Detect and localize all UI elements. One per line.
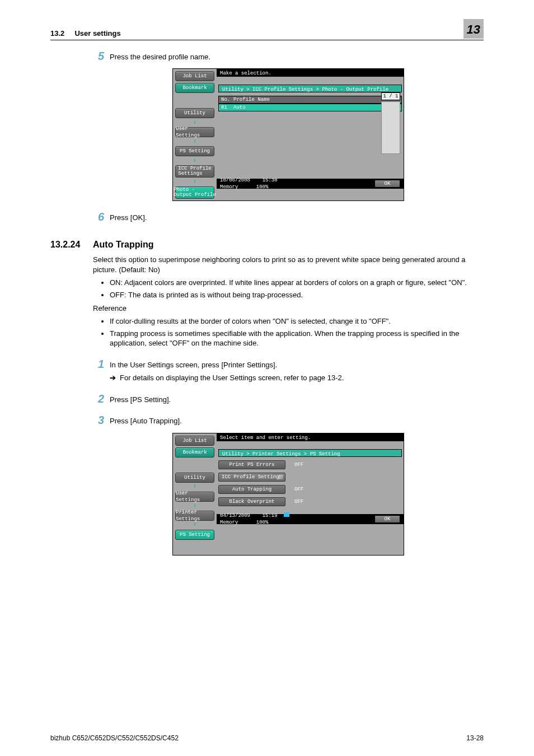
footer-model: bizhub C652/C652DS/C552/C552DS/C452 [50,734,179,743]
crumb-printer-settings[interactable]: Printer Settings [175,511,214,521]
status-bar: 04/13/2009 15:19 Memory 100% OK [217,514,404,524]
table-header: No. Profile Name [218,96,402,104]
step-1: 1 In the User Settings screen, press [Pr… [93,358,484,370]
chevron-down-icon: ⬇ [193,522,197,528]
breadcrumb-path: Utility > ICC Profile Settings > Photo -… [218,85,402,92]
intro-paragraph: Select this option to superimpose neighb… [93,255,484,274]
ok-button[interactable]: OK [374,180,400,188]
chevron-down-icon: ⬇ [193,503,197,509]
bookmark-button[interactable]: Bookmark [175,447,214,458]
breadcrumb-path: Utility > Printer Settings > PS Setting [218,449,402,457]
screenshot-profile-list: Job List Bookmark Utility ⬇ User Setting… [172,68,404,201]
step-text: Press [Auto Trapping]. [110,414,484,426]
status-icon [284,512,289,517]
instruction-bar: Select item and enter setting. [217,433,404,441]
step-3: 3 Press [Auto Trapping]. [93,414,484,426]
ok-button[interactable]: OK [374,515,400,523]
profile-row[interactable]: 01 Auto [218,104,402,111]
arrow-icon: ➔ [110,373,120,383]
chevron-down-icon: ⬇ [193,139,197,144]
step-number: 3 [93,414,110,426]
step-text: Press the desired profile name. [110,50,484,62]
list-item: Trapping process is sometimes specifiabl… [110,329,484,348]
status-date: 10/06/2008 [220,178,250,183]
subsection-number: 13.2.24 [50,239,93,251]
icc-profile-settings-button[interactable]: ICC Profile Settings [218,473,285,482]
option-value: OFF [294,498,328,505]
crumb-output-profile[interactable]: Photo - Output Profile [175,186,214,199]
print-ps-errors-button[interactable]: Print PS Errors [218,460,285,469]
sidebar: Job List Bookmark Utility ⬇ User Setting… [173,433,217,555]
status-bar: 10/06/2008 15:30 Memory 100% OK [217,179,404,189]
option-value: OFF [294,461,328,468]
crumb-ps-setting[interactable]: PS Setting [175,146,214,156]
crumb-icc-profile[interactable]: ICC Profile Settings [175,165,214,178]
option-row: Print PS Errors OFF [218,460,402,469]
step-number: 2 [93,393,110,404]
col-no: No. [219,96,233,103]
job-list-button[interactable]: Job List [175,71,214,81]
step-2: 2 Press [PS Setting]. [93,393,484,405]
scroll-track[interactable] [381,101,400,154]
status-time: 15:19 [263,513,278,519]
status-mem-value: 100% [256,184,269,190]
auto-trapping-button[interactable]: Auto Trapping [218,485,285,494]
pager: 1 / 1 [381,92,400,100]
step-number: 1 [93,358,110,370]
step-6: 6 Press [OK]. [93,211,484,223]
status-mem-label: Memory [220,184,238,190]
chevron-down-icon: ⬇ [193,179,197,185]
chevron-down-icon: ⬇ [193,120,197,125]
option-value: OFF [294,486,328,493]
list-item: ON: Adjacent colors are overprinted. If … [110,278,484,288]
crumb-utility[interactable]: Utility [175,108,214,118]
status-date: 04/13/2009 [220,513,250,519]
option-row: Auto Trapping OFF [218,485,402,494]
chevron-down-icon: ⬇ [193,158,197,164]
step-5: 5 Press the desired profile name. [93,50,484,62]
crumb-user-settings[interactable]: User Settings [175,127,214,137]
instruction-bar: Make a selection. [217,69,404,77]
step-text: Press [OK]. [110,211,484,223]
chevron-down-icon: ⬇ [193,484,197,490]
black-overprint-button[interactable]: Black Overprint [218,497,285,506]
screenshot-ps-setting: Job List Bookmark Utility ⬇ User Setting… [172,433,404,556]
reference-label: Reference [93,304,484,314]
option-row: Black Overprint OFF [218,497,402,506]
status-time: 15:30 [263,178,278,183]
chapter-badge: 13 [463,19,484,39]
step-text: In the User Settings screen, press [Prin… [110,358,484,370]
option-list: ON: Adjacent colors are overprinted. If … [93,278,484,300]
cell-no: 01 [219,104,233,111]
sidebar: Job List Bookmark Utility ⬇ User Setting… [173,69,217,200]
subsection-title: Auto Trapping [93,239,153,251]
bookmark-button[interactable]: Bookmark [175,83,214,93]
section-title: User settings [74,29,120,38]
crumb-ps-setting[interactable]: PS Setting [175,530,214,540]
step-sub-text: For details on displaying the User Setti… [120,373,344,383]
step-number: 5 [93,50,110,62]
status-mem-label: Memory [220,520,238,525]
list-item: If color-dulling results at the border o… [110,316,484,326]
list-item: OFF: The data is printed as is without b… [110,290,484,300]
footer-page: 13-28 [466,734,484,743]
col-profile-name: Profile Name [233,96,270,103]
job-list-button[interactable]: Job List [175,436,214,446]
step-sub: ➔ For details on displaying the User Set… [110,373,484,383]
section-number: 13.2 [50,29,64,38]
page-header: 13.2 User settings 13 [50,19,484,40]
option-row: ICC Profile Settings [218,473,402,482]
step-text: Press [PS Setting]. [110,393,484,405]
step-number: 6 [93,211,110,222]
crumb-utility[interactable]: Utility [175,473,214,483]
reference-list: If color-dulling results at the border o… [93,316,484,348]
page-footer: bizhub C652/C652DS/C552/C552DS/C452 13-2… [50,734,484,743]
status-mem-value: 100% [256,520,269,525]
subsection-heading: 13.2.24 Auto Trapping [50,239,484,251]
cell-name: Auto [233,104,246,111]
crumb-user-settings[interactable]: User Settings [175,492,214,502]
